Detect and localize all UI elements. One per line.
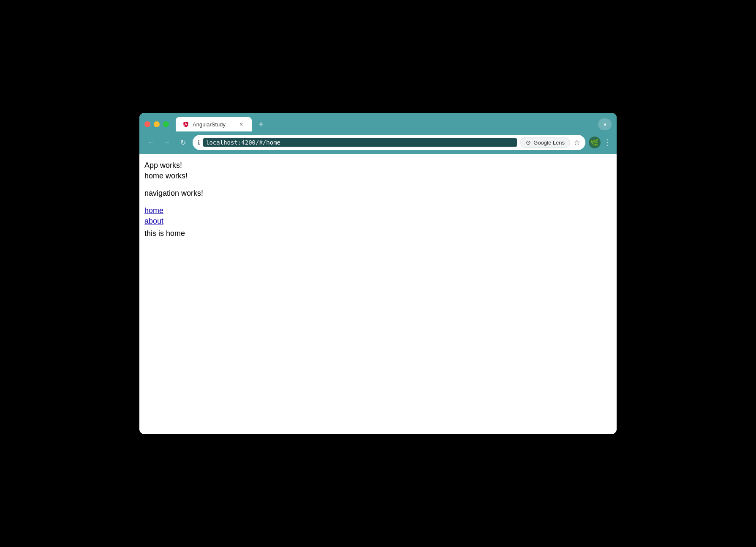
address-bar[interactable]: ℹ localhost:4200/#/home ⊙ Google Lens ☆ (193, 135, 585, 150)
maximize-button[interactable] (163, 121, 169, 127)
app-works-text: App works! (144, 161, 612, 170)
address-right-icons: 🌿 ⋮ (589, 137, 612, 148)
new-tab-button[interactable]: + (255, 118, 267, 130)
about-link[interactable]: about (144, 217, 612, 226)
home-link[interactable]: home (144, 206, 612, 215)
google-lens-button[interactable]: ⊙ Google Lens (520, 137, 570, 148)
browser-window: AngularStudy × + ∨ ← → ↻ ℹ localhost:420… (139, 113, 617, 434)
route-content-text: this is home (144, 229, 612, 238)
home-works-text: home works! (144, 172, 612, 181)
tab-close-button[interactable]: × (237, 120, 245, 128)
google-lens-icon: ⊙ (526, 139, 531, 146)
navigation-works-text: navigation works! (144, 189, 612, 198)
back-button[interactable]: ← (144, 136, 157, 149)
nav-links: home about (144, 206, 612, 226)
profile-symbol: 🌿 (590, 139, 599, 147)
tab-dropdown-button[interactable]: ∨ (598, 118, 612, 130)
window-controls (144, 121, 169, 127)
profile-icon[interactable]: 🌿 (589, 137, 601, 148)
minimize-button[interactable] (154, 121, 160, 127)
page-content: App works! home works! navigation works!… (139, 154, 617, 434)
tab-title: AngularStudy (193, 121, 226, 128)
forward-button[interactable]: → (160, 136, 173, 149)
url-display: localhost:4200/#/home (203, 138, 517, 147)
reload-button[interactable]: ↻ (177, 136, 189, 149)
bookmark-star-icon[interactable]: ☆ (574, 138, 580, 147)
close-button[interactable] (144, 121, 150, 127)
address-row: ← → ↻ ℹ localhost:4200/#/home ⊙ Google L… (139, 131, 617, 154)
google-lens-label: Google Lens (533, 139, 565, 146)
menu-dots-button[interactable]: ⋮ (603, 137, 612, 148)
svg-marker-1 (186, 122, 188, 127)
info-icon: ℹ (198, 139, 200, 146)
browser-tab[interactable]: AngularStudy × (176, 117, 252, 131)
angular-icon (182, 121, 189, 128)
title-bar: AngularStudy × + ∨ ← → ↻ ℹ localhost:420… (139, 113, 617, 154)
tab-row: AngularStudy × + ∨ (139, 113, 617, 131)
